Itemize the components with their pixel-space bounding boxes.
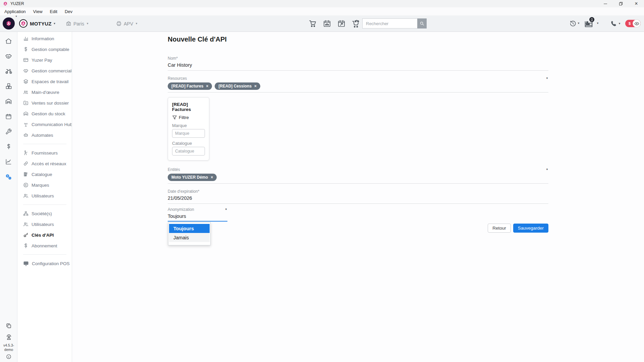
sidebar-item-acces-et-reseaux[interactable]: Accès et réseaux (17, 158, 72, 169)
expiration-input[interactable]: 21/05/2026 (168, 195, 548, 203)
cubes-icon[interactable] (5, 82, 12, 90)
printer-icon (116, 21, 122, 26)
sidebar-item-fournisseurs[interactable]: Fournisseurs (17, 147, 72, 158)
sidebar-item-label: Clés d'API (32, 233, 54, 238)
nom-label: Nom* (168, 56, 548, 61)
sidebar-item-communication-hub[interactable]: Communication Hub (17, 119, 72, 130)
sidebar-item-utilisateurs-admin[interactable]: Utilisateurs (17, 219, 72, 230)
window-titlebar: YUZER × (0, 0, 644, 7)
info-icon[interactable] (6, 353, 11, 359)
org-selector[interactable]: MOTYUZ ▼ (19, 19, 56, 28)
chip-remove-icon[interactable]: × (254, 84, 257, 88)
cart-motorcycle-button[interactable] (351, 19, 360, 28)
dollar-icon (23, 243, 29, 248)
restore-button[interactable] (613, 0, 629, 7)
stock-rack-button[interactable]: ▼ (584, 19, 599, 28)
close-button[interactable]: × (629, 0, 644, 7)
dept-selector[interactable]: APV ▼ (116, 21, 138, 26)
wrench-icon[interactable] (5, 128, 12, 135)
copyright-icon (23, 182, 29, 188)
sidebar-item-abonnement[interactable]: Abonnement (17, 240, 72, 251)
resources-caret-icon[interactable]: ▼ (546, 77, 548, 80)
link-icon (23, 161, 29, 166)
handshake-icon (23, 68, 29, 73)
anonymization-select[interactable]: Toujours (168, 213, 227, 222)
sidebar-item-societes[interactable]: Société(s) (17, 208, 72, 219)
sidebar-item-espaces-de-travail[interactable]: Espaces de travail (17, 76, 72, 87)
toggle-dollar-label: $ (629, 21, 631, 25)
price-visibility-toggle[interactable]: $ (625, 20, 641, 27)
line-chart-icon[interactable] (5, 158, 12, 165)
entites-caret-icon[interactable]: ▼ (546, 168, 548, 171)
copy-icon[interactable] (6, 322, 12, 329)
dept-name: APV (124, 21, 133, 26)
sidebar-item-ventes-sur-dossier[interactable]: Ventes sur dossier (17, 98, 72, 108)
search-input[interactable] (362, 18, 417, 28)
warehouse-icon[interactable] (5, 98, 12, 105)
calendar-wrench-button[interactable] (337, 19, 345, 27)
users-icon (23, 222, 29, 227)
sidebar-item-label: Communication Hub (32, 122, 72, 127)
version-label: v4.5.3-demo (1, 343, 16, 352)
phone-button[interactable]: ▼ (610, 20, 621, 27)
sidebar-item-configuration-pos[interactable]: Configuration POS (17, 258, 72, 269)
home-icon[interactable] (5, 37, 12, 45)
sidebar-item-catalogue[interactable]: Catalogue (17, 169, 72, 180)
anonymization-caret-icon[interactable]: ▼ (225, 208, 227, 211)
calendar-icon[interactable] (5, 113, 12, 120)
motorcycle-icon[interactable] (5, 67, 12, 75)
sidebar-item-gestion-du-stock[interactable]: Gestion du stock (17, 108, 72, 119)
menu-application[interactable]: Application (1, 7, 30, 15)
sidebar-item-utilisateurs[interactable]: Utilisateurs (17, 190, 72, 201)
search-button[interactable] (417, 18, 427, 28)
menu-view[interactable]: View (30, 7, 46, 15)
sidebar-item-gestion-comptable[interactable]: Gestion comptable (17, 44, 72, 55)
site-selector[interactable]: Paris ▼ (66, 21, 89, 26)
entite-chip[interactable]: Moto YUZER Démo× (168, 174, 217, 181)
sidebar-item-main-doeuvre[interactable]: Main-d'œuvre (17, 87, 72, 98)
nom-input[interactable]: Car History (168, 62, 548, 70)
dept-caret-icon: ▼ (135, 22, 138, 25)
calendar-motorcycle-button[interactable] (323, 19, 331, 27)
resource-chip[interactable]: [READ] Cessions× (215, 82, 260, 90)
dollar-icon[interactable] (5, 143, 12, 150)
cart-button[interactable] (309, 19, 317, 27)
sidebar-item-yuzer-pay[interactable]: Yuzer Pay (17, 55, 72, 65)
org-name: MOTYUZ (30, 21, 52, 26)
monitor-icon (23, 261, 29, 266)
avatar-gem-icon (6, 20, 12, 26)
search-box (362, 18, 427, 28)
dropdown-option-toujours[interactable]: Toujours (169, 224, 210, 233)
expiration-label: Date d'expiration* (168, 189, 548, 194)
sidebar-item-label: Main-d'œuvre (32, 90, 59, 95)
marque-input[interactable] (172, 129, 205, 138)
chip-remove-icon[interactable]: × (211, 175, 213, 180)
user-avatar[interactable]: ▼ (3, 17, 15, 29)
entites-field: Entités ▼ Moto YUZER Démo× (168, 167, 548, 184)
supplier-icon (23, 150, 29, 156)
handshake-icon[interactable] (5, 52, 12, 60)
history-button[interactable]: ▼ (570, 20, 580, 27)
sidebar-item-cles-dapi[interactable]: Clés d'API (17, 230, 72, 240)
anonymization-field: Anonymization ▼ Toujours Toujours Jamais (168, 207, 227, 222)
menu-dev[interactable]: Dev (61, 7, 76, 15)
sidebar-item-information[interactable]: Information (17, 33, 72, 44)
back-button[interactable]: Retour (488, 224, 511, 233)
minimize-button[interactable] (598, 0, 613, 7)
save-button[interactable]: Sauvegarder (513, 224, 548, 233)
sidebar-item-automates[interactable]: Automates (17, 130, 72, 140)
menu-edit[interactable]: Edit (46, 7, 61, 15)
sidebar-item-label: Gestion du stock (32, 111, 65, 116)
gears-icon[interactable] (5, 173, 12, 180)
history-icon (570, 20, 576, 27)
dropdown-option-jamais[interactable]: Jamais (169, 233, 210, 242)
chip-label: [READ] Factures (171, 84, 203, 88)
sidebar-item-gestion-commerciale[interactable]: Gestion commerciale (17, 65, 72, 76)
chip-remove-icon[interactable]: × (206, 84, 208, 88)
sidebar-item-label: Yuzer Pay (32, 58, 52, 63)
support-icon[interactable] (6, 334, 12, 341)
catalogue-input[interactable] (172, 147, 205, 156)
resource-chip[interactable]: [READ] Factures× (168, 82, 212, 90)
sidebar-item-marques[interactable]: Marques (17, 180, 72, 190)
page-title: Nouvelle Clé d'API (168, 35, 548, 44)
